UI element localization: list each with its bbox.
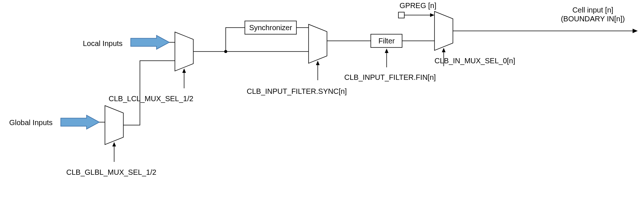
global-inputs-label: Global Inputs xyxy=(9,118,53,127)
wire xyxy=(226,28,245,52)
local-mux-icon xyxy=(175,32,193,71)
global-inputs-arrow-icon xyxy=(61,115,99,129)
arrowhead-icon xyxy=(316,61,320,65)
sync-mux-icon xyxy=(309,24,327,63)
filter-label: Filter xyxy=(379,37,395,45)
arrowhead-icon xyxy=(385,49,388,53)
in-mux-label: CLB_IN_MUX_SEL_0[n] xyxy=(434,57,515,65)
arrowhead-icon xyxy=(430,13,434,17)
synchronizer-label: Synchronizer xyxy=(249,24,292,32)
junction-dot-icon xyxy=(224,50,227,53)
arrowhead-icon xyxy=(633,29,638,33)
global-mux-icon xyxy=(105,106,123,145)
arrowhead-icon xyxy=(182,68,186,73)
gpreg-label: GPREG [n] xyxy=(400,1,436,10)
output-mux-icon xyxy=(434,11,453,50)
arrowhead-icon xyxy=(112,142,116,146)
cell-input-label-2: (BOUNDARY IN[n]) xyxy=(561,15,625,23)
arrowhead-icon xyxy=(442,48,446,52)
wire xyxy=(123,61,175,125)
glbl-mux-label: CLB_GLBL_MUX_SEL_1/2 xyxy=(66,168,156,177)
sync-ctrl-label: CLB_INPUT_FILTER.SYNC[n] xyxy=(247,87,347,96)
fin-ctrl-label: CLB_INPUT_FILTER.FIN[n] xyxy=(344,73,436,82)
cell-input-label-1: Cell input [n] xyxy=(572,6,613,14)
lcl-mux-label: CLB_LCL_MUX_SEL_1/2 xyxy=(109,95,193,103)
local-inputs-label: Local Inputs xyxy=(83,39,123,47)
clb-input-diagram: Global Inputs Local Inputs Synchronizer … xyxy=(0,0,644,202)
gpreg-source-icon xyxy=(398,12,404,18)
local-inputs-arrow-icon xyxy=(131,35,169,49)
